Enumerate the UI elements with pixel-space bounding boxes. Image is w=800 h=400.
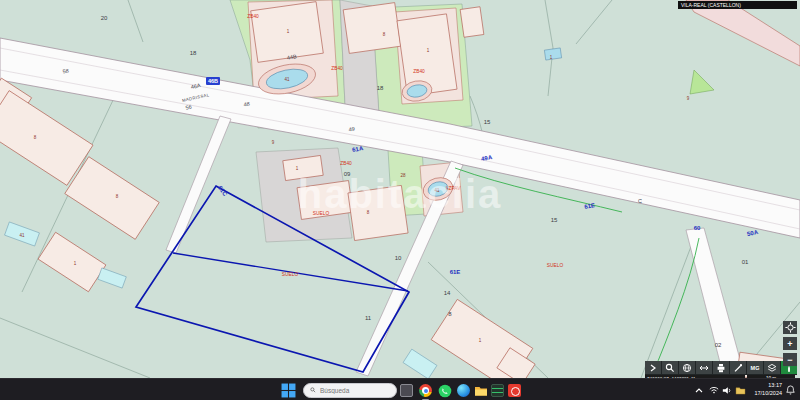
map-label: 49 — [348, 126, 355, 133]
center-map-button[interactable] — [783, 321, 797, 334]
map-label: 09 — [344, 171, 351, 177]
measure-distance-icon — [699, 363, 709, 373]
map-label: 61E — [450, 269, 461, 275]
map-label: ZB40 — [413, 69, 425, 74]
map-label: 20 — [101, 15, 108, 21]
windows-logo-icon — [281, 383, 296, 398]
taskbar-clock[interactable]: 13:17 17/10/2024 — [738, 382, 782, 397]
taskbar-app-edge[interactable] — [456, 383, 471, 398]
app-window-icon — [400, 384, 413, 397]
spreadsheet-icon — [491, 384, 504, 397]
mg-label: MG — [751, 365, 760, 371]
map-label: 18 — [190, 50, 197, 56]
taskbar-app-acrobat[interactable] — [507, 383, 522, 398]
map-label: 10 — [395, 255, 402, 261]
search-icon — [665, 363, 675, 373]
globe-button[interactable] — [679, 361, 695, 374]
map-label: 15 — [484, 119, 491, 125]
taskbar-app-whatsapp[interactable] — [437, 383, 452, 398]
desktop-screen: 2044B5846AMADRISSAL564849C18181515101114… — [0, 0, 800, 400]
layers-icon — [767, 363, 777, 373]
map-label: 02 — [715, 342, 722, 348]
folder-icon — [474, 385, 488, 397]
zoom-controls: + − — [783, 321, 797, 366]
wifi-icon — [709, 386, 719, 394]
windows-taskbar: 13:17 17/10/2024 — [0, 378, 800, 400]
map-toolbar: MG — [645, 361, 797, 375]
clock-time: 13:17 — [738, 382, 782, 390]
map-label: SUELO — [547, 263, 564, 268]
tray-volume[interactable] — [721, 379, 732, 400]
map-label: 58 — [62, 68, 69, 75]
map-canvas[interactable]: 2044B5846AMADRISSAL564849C18181515101114… — [0, 0, 800, 378]
map-label: SUELO — [313, 211, 330, 216]
address-marker-chip[interactable]: 46B — [206, 77, 220, 85]
map-label: 56 — [185, 103, 192, 110]
draw-button[interactable] — [730, 361, 746, 374]
print-button[interactable] — [713, 361, 729, 374]
search-icon — [310, 386, 316, 394]
map-label: ZB40 — [340, 161, 352, 166]
map-label: 11 — [365, 315, 372, 321]
map-label: 01 — [742, 259, 749, 265]
map-label: 18 — [377, 85, 384, 91]
taskbar-app-chrome[interactable] — [418, 383, 433, 398]
start-button[interactable] — [281, 379, 296, 400]
notification-bell[interactable] — [784, 379, 796, 400]
acrobat-icon — [508, 384, 521, 397]
printer-icon — [716, 363, 726, 373]
tray-wifi[interactable] — [708, 379, 719, 400]
speaker-icon — [722, 386, 732, 395]
mg-button[interactable]: MG — [747, 361, 763, 374]
map-label: 15 — [551, 217, 558, 223]
pan-button[interactable] — [645, 361, 661, 374]
arrow-right-icon — [648, 363, 658, 373]
map-label: 60 — [694, 225, 701, 231]
map-label: 48 — [243, 101, 250, 108]
search-input[interactable] — [320, 387, 390, 394]
layers-button[interactable] — [764, 361, 780, 374]
map-label: SUELO — [282, 272, 299, 277]
map-label: 41 — [284, 77, 290, 82]
map-label: C — [638, 198, 642, 204]
chrome-icon — [419, 384, 432, 397]
map-label: ZB40 — [247, 14, 259, 19]
map-label: 41 — [19, 233, 25, 238]
map-label: 41 — [434, 188, 440, 193]
edge-icon — [457, 384, 470, 397]
taskbar-app-explorer[interactable] — [473, 383, 488, 398]
taskbar-app-window[interactable] — [399, 383, 414, 398]
place-name-badge: VILA-REAL (CASTELLON) — [678, 1, 797, 9]
map-label: 28 — [400, 173, 406, 178]
tray-hidden-icons[interactable] — [694, 379, 704, 400]
bell-icon — [786, 385, 795, 395]
whatsapp-icon — [438, 384, 452, 398]
map-label: 14 — [444, 290, 451, 296]
zoom-out-button[interactable]: − — [783, 353, 797, 366]
chevron-up-icon — [695, 388, 703, 393]
taskbar-search[interactable] — [303, 383, 397, 398]
crosshair-icon — [785, 322, 796, 333]
map-label: I-ZPAV — [446, 186, 462, 191]
zoom-search-button[interactable] — [662, 361, 678, 374]
measure-button[interactable] — [696, 361, 712, 374]
globe-icon — [682, 363, 692, 373]
taskbar-app-spreadsheet[interactable] — [490, 383, 505, 398]
map-label: ZB40 — [331, 66, 343, 71]
zoom-in-button[interactable]: + — [783, 337, 797, 350]
pencil-icon — [733, 363, 743, 373]
clock-date: 17/10/2024 — [738, 390, 782, 398]
